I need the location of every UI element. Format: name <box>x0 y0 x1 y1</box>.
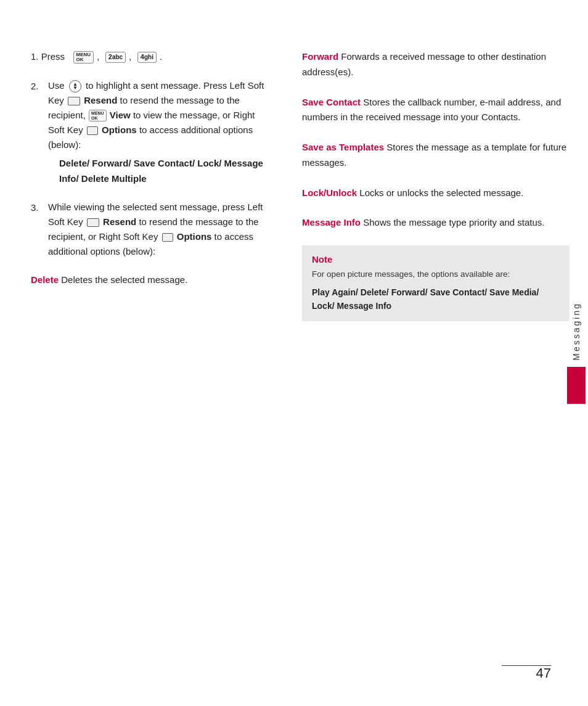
right-column: Forward Forwards a received message to o… <box>290 49 570 669</box>
message-info-section: Message Info Shows the message type prio… <box>302 215 570 231</box>
step2-options-label: Options <box>102 125 137 135</box>
lock-unlock-body: Locks or unlocks the selected message. <box>359 187 523 198</box>
forward-section: Forward Forwards a received message to o… <box>302 49 570 80</box>
nav-icon: ▲ ▼ <box>69 80 81 92</box>
step2-resend-label: Resend <box>84 95 117 105</box>
step-2: 2. Use ▲ ▼ to highlight a sent message. … <box>31 78 271 187</box>
message-info-body: Shows the message type priority and stat… <box>363 217 544 228</box>
step2-number: 2. <box>31 78 48 94</box>
delete-body: Deletes the selected message. <box>61 274 187 285</box>
save-contact-section: Save Contact Stores the callback number,… <box>302 95 570 126</box>
key-2abc: 2 abc <box>105 52 126 63</box>
page-number: 47 <box>536 665 551 681</box>
note-text: For open picture messages, the options a… <box>312 268 560 281</box>
sidebar-label: Messaging <box>571 302 581 361</box>
save-contact-accent: Save Contact <box>302 97 361 107</box>
resend-soft-key-icon <box>68 97 80 105</box>
save-templates-section: Save as Templates Stores the message as … <box>302 140 570 171</box>
key-4ghi: 4 ghi <box>137 52 157 63</box>
step2-options-list: Delete/ Forward/ Save Contact/ Lock/ Mes… <box>59 156 271 187</box>
sidebar: Messaging <box>565 0 588 706</box>
note-title: Note <box>312 254 560 265</box>
left-column: 1. Press MENUOK , 2 abc , 4 ghi . 2. Use… <box>31 49 290 669</box>
note-box: Note For open picture messages, the opti… <box>302 245 570 321</box>
note-bold-list: Play Again/ Delete/ Forward/ Save Contac… <box>312 286 560 313</box>
forward-accent: Forward <box>302 51 338 62</box>
step-3: 3. While viewing the selected sent messa… <box>31 200 271 259</box>
step2-body: Use ▲ ▼ to highlight a sent message. Pre… <box>48 78 271 187</box>
lock-unlock-section: Lock/Unlock Locks or unlocks the selecte… <box>302 186 570 201</box>
forward-body: Forwards a received message to other des… <box>302 51 546 77</box>
save-templates-accent: Save as Templates <box>302 142 384 152</box>
step3-options-icon <box>162 233 173 242</box>
step1-prefix: 1. Press <box>31 51 65 62</box>
delete-section: Delete Deletes the selected message. <box>31 273 271 288</box>
lock-unlock-accent: Lock/Unlock <box>302 187 357 198</box>
step2-view-label: View <box>110 110 131 120</box>
sidebar-accent-bar <box>567 367 586 404</box>
step3-resend-icon <box>87 218 99 227</box>
key-menu-ok-inline: MENUOK <box>89 110 107 121</box>
step-1: 1. Press MENUOK , 2 abc , 4 ghi . <box>31 49 271 65</box>
options-soft-key-icon <box>87 126 98 135</box>
step3-body: While viewing the selected sent message,… <box>48 200 271 259</box>
message-info-accent: Message Info <box>302 217 361 228</box>
delete-accent: Delete <box>31 274 59 285</box>
step3-number: 3. <box>31 200 48 215</box>
step3-options-label: Options <box>177 231 212 242</box>
step2-text1: Use <box>48 80 67 91</box>
step3-resend-label: Resend <box>103 216 136 227</box>
key-menu-ok: MENUOK <box>73 51 94 64</box>
step1-text: 1. Press MENUOK , 2 abc , 4 ghi . <box>31 51 162 62</box>
